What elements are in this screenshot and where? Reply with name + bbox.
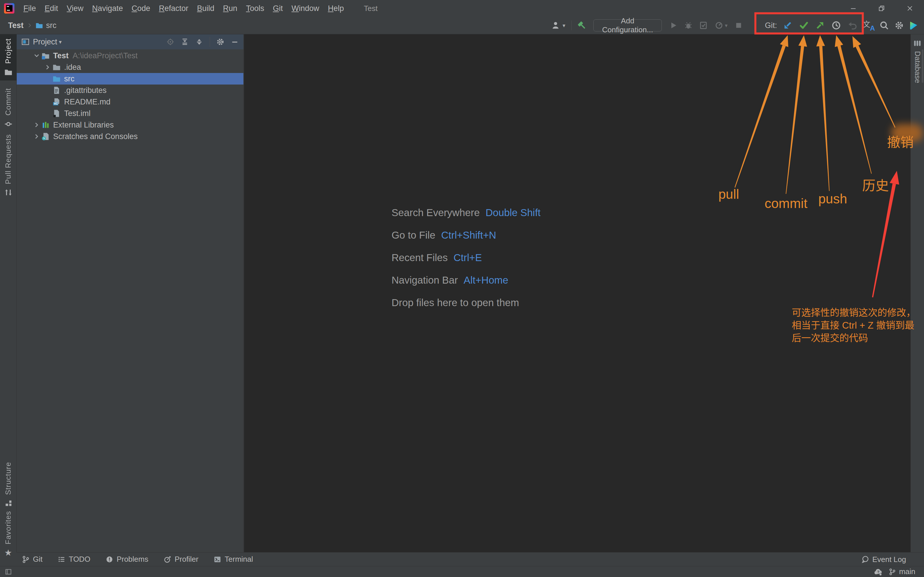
text-file-icon (52, 86, 61, 95)
chevron-right-icon[interactable] (43, 64, 52, 71)
tree-row-external-libraries[interactable]: External Libraries (17, 119, 244, 131)
user-profile-button[interactable]: ▾ (548, 17, 569, 34)
add-configuration-button[interactable]: Add Configuration... (593, 19, 662, 31)
git-push-button[interactable] (812, 17, 828, 34)
collapse-all-icon[interactable] (195, 38, 203, 46)
tree-row-scratches[interactable]: Scratches and Consoles (17, 131, 244, 142)
menu-help[interactable]: Help (323, 0, 348, 17)
chevron-right-icon[interactable] (32, 121, 41, 128)
restore-icon (878, 5, 885, 12)
toolbar-pad (920, 17, 924, 34)
event-log-balloon-icon (861, 555, 869, 563)
tab-label-database: Database (913, 51, 922, 83)
tree-row-root[interactable]: Test A:\ideaProject\Test (17, 50, 244, 61)
shortcut-row: Search Everywhere Double Shift (391, 201, 541, 224)
svg-text:MD: MD (54, 102, 58, 105)
tree-row-src-selected[interactable]: src (17, 73, 244, 85)
status-git-branch[interactable]: main (888, 567, 915, 576)
tab-label-project: Project (4, 39, 13, 64)
menu-refactor[interactable]: Refactor (155, 0, 192, 17)
project-root-folder-icon (41, 52, 50, 60)
sidebar-tab-favorites[interactable]: Favorites ★ (0, 507, 16, 561)
cloud-sync-icon[interactable]: ? (874, 567, 882, 576)
annotation-history: 历史 (862, 175, 889, 194)
tab-label-favorites: Favorites (4, 511, 13, 545)
chevron-right-icon[interactable] (32, 133, 41, 140)
menu-navigate[interactable]: Navigate (88, 0, 128, 17)
breadcrumb-project[interactable]: Test (8, 21, 24, 30)
minimize-icon (850, 5, 857, 12)
bottom-tab-todo[interactable]: TODO (57, 555, 90, 564)
chevron-down-icon: ▾ (725, 22, 728, 29)
menu-code[interactable]: Code (128, 0, 155, 17)
translate-button[interactable]: 文A (861, 17, 877, 34)
stop-button[interactable] (731, 17, 746, 34)
breadcrumb-folder[interactable]: src (46, 21, 57, 30)
toolwindow-toggle-icon[interactable] (5, 568, 12, 575)
bottom-tab-problems[interactable]: Problems (105, 555, 149, 564)
shortcut-label: Navigation Bar (391, 274, 458, 286)
menu-edit[interactable]: Edit (40, 0, 63, 17)
menu-run[interactable]: Run (218, 0, 242, 17)
breadcrumb-chevron-icon (27, 22, 32, 29)
git-history-button[interactable] (828, 17, 844, 34)
shortcut-label: Go to File (391, 229, 435, 241)
menu-file[interactable]: File (19, 0, 40, 17)
window-controls (839, 0, 924, 17)
menu-view[interactable]: View (62, 0, 88, 17)
restore-button[interactable] (867, 0, 896, 17)
git-commit-button[interactable] (796, 17, 812, 34)
menu-git[interactable]: Git (268, 0, 287, 17)
annotation-push: push (818, 191, 847, 206)
left-tool-stripe: Project Commit Pull Requests Structure (0, 34, 17, 566)
tree-row-idea[interactable]: .idea (17, 61, 244, 73)
profiler-button[interactable]: ▾ (711, 17, 731, 34)
shortcut-keys: Double Shift (485, 207, 541, 218)
folder-icon (35, 21, 43, 29)
project-tool-window: Project ▾ (17, 34, 244, 552)
bottom-tab-git[interactable]: Git (22, 555, 42, 564)
bottom-tab-terminal[interactable]: Terminal (213, 555, 253, 564)
close-button[interactable] (896, 0, 924, 17)
sidebar-tab-project[interactable]: Project (0, 34, 16, 81)
tree-row-gitattributes[interactable]: .gitattributes (17, 85, 244, 96)
branch-name-label: main (899, 567, 915, 576)
module-file-icon (52, 109, 61, 118)
drop-files-hint: Drop files here to open them (391, 292, 541, 314)
git-rollback-button[interactable] (844, 17, 861, 34)
locate-target-icon[interactable] (166, 38, 174, 46)
chevron-down-icon[interactable] (32, 52, 41, 59)
run-with-coverage-button[interactable] (696, 17, 711, 34)
menu-tools[interactable]: Tools (242, 0, 268, 17)
git-update-pull-button[interactable] (780, 17, 796, 34)
shortcut-keys: Ctrl+Shift+N (441, 229, 496, 241)
colorful-plugin-icon (908, 20, 919, 31)
tree-row-readme[interactable]: MD README.md (17, 96, 244, 108)
hide-panel-icon[interactable] (231, 38, 239, 46)
bottom-tab-profiler[interactable]: Profiler (163, 555, 199, 564)
panel-settings-gear-icon[interactable] (216, 38, 225, 46)
plugin-logo-button[interactable] (907, 17, 920, 34)
build-project-button[interactable] (574, 17, 590, 34)
sidebar-tab-pull-requests[interactable]: Pull Requests (0, 130, 16, 201)
sidebar-tab-structure[interactable]: Structure (0, 458, 16, 511)
annotation-undo: 撤销 (887, 132, 914, 151)
scrollbar-thumb[interactable] (922, 49, 923, 83)
menu-window[interactable]: Window (287, 0, 323, 17)
sidebar-tab-commit[interactable]: Commit (0, 84, 16, 132)
title-bar: File Edit View Navigate Code Refactor Bu… (0, 0, 924, 17)
run-button[interactable] (666, 17, 681, 34)
project-panel-title[interactable]: Project (33, 37, 57, 47)
menu-build[interactable]: Build (192, 0, 218, 17)
minimize-button[interactable] (839, 0, 867, 17)
run-icon (669, 21, 678, 30)
project-panel-header: Project ▾ (17, 34, 244, 49)
navigation-bar: Test src ▾ Add (0, 17, 924, 34)
debug-button[interactable] (681, 17, 696, 34)
search-everywhere-button[interactable] (877, 17, 892, 34)
event-log-button[interactable]: Event Log (861, 553, 906, 566)
tree-row-testiml[interactable]: Test.iml (17, 108, 244, 119)
settings-button[interactable] (892, 17, 907, 34)
history-clock-icon (831, 21, 841, 30)
expand-all-icon[interactable] (181, 38, 189, 46)
